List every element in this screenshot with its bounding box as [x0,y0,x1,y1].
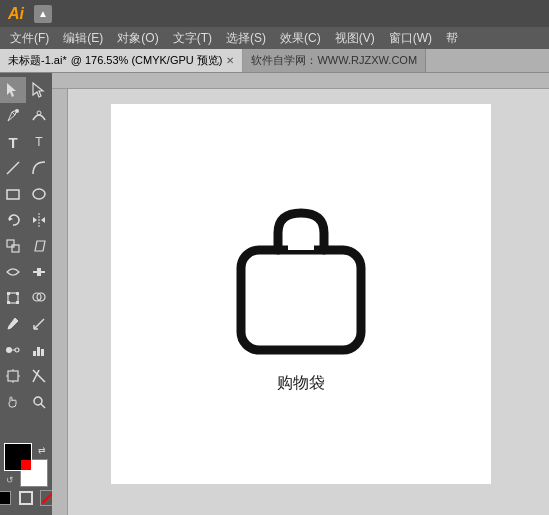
menu-text[interactable]: 文字(T) [167,28,218,49]
svg-rect-27 [37,347,40,356]
svg-point-6 [33,189,45,199]
svg-marker-10 [41,217,45,223]
svg-rect-29 [8,371,18,381]
menu-effect[interactable]: 效果(C) [274,28,327,49]
ruler-horizontal [52,73,549,89]
menu-edit[interactable]: 编辑(E) [57,28,109,49]
tool-type[interactable]: T [0,129,26,155]
tool-reflect[interactable] [26,207,52,233]
svg-rect-14 [7,292,10,295]
tool-arc[interactable] [26,155,52,181]
svg-rect-12 [12,245,19,252]
tab-inactive[interactable]: 软件自学网：WWW.RJZXW.COM [243,49,426,72]
tool-shear[interactable] [26,233,52,259]
menu-select[interactable]: 选择(S) [220,28,272,49]
color-swap-icon[interactable]: ⇄ [38,445,46,455]
foreground-color-swatch[interactable] [4,443,32,471]
svg-rect-5 [7,190,19,199]
svg-rect-26 [33,351,36,356]
tool-direct-select[interactable] [26,77,52,103]
tool-artboard[interactable] [0,363,26,389]
svg-rect-28 [41,349,44,356]
color-boxes[interactable]: ⇄ ↺ [4,443,48,487]
bag-label: 购物袋 [277,373,325,394]
color-mode-row [0,489,52,507]
color-reset-icon[interactable]: ↺ [6,475,14,485]
svg-rect-17 [16,301,19,304]
app-logo: Ai [8,5,24,23]
color-section: ⇄ ↺ [0,439,52,511]
svg-marker-0 [7,83,16,97]
title-bar-icon: ▲ [34,5,52,23]
tool-measure[interactable] [26,311,52,337]
tool-free-transform[interactable] [0,285,26,311]
tool-ellipse[interactable] [26,181,52,207]
color-stroke-btn[interactable] [16,489,36,507]
svg-marker-1 [33,83,43,97]
tool-warp[interactable] [0,259,26,285]
svg-point-24 [15,348,19,352]
tool-scale[interactable] [0,233,26,259]
svg-rect-16 [7,301,10,304]
left-toolbar: T T [0,73,52,515]
svg-point-2 [15,109,19,113]
canvas-area[interactable]: 购物袋 [52,73,549,515]
canvas-content: 购物袋 [111,104,491,484]
svg-marker-9 [33,217,37,223]
svg-point-36 [34,397,42,405]
tool-slice[interactable] [26,363,52,389]
tool-shape-builder[interactable] [26,285,52,311]
ruler-vertical [52,89,68,515]
menu-window[interactable]: 窗口(W) [383,28,438,49]
tab-active[interactable]: 未标题-1.ai* @ 176.53% (CMYK/GPU 预览) ✕ [0,49,243,72]
title-bar: Ai ▲ [0,0,549,27]
menu-help[interactable]: 帮 [440,28,464,49]
tab-active-label: 未标题-1.ai* [8,53,67,68]
svg-point-23 [6,347,12,353]
menu-file[interactable]: 文件(F) [4,28,55,49]
menu-view[interactable]: 视图(V) [329,28,381,49]
tab-active-subtitle: @ 176.53% (CMYK/GPU 预览) [71,53,223,68]
svg-line-20 [34,319,44,329]
svg-line-34 [33,370,45,382]
tab-inactive-label: 软件自学网：WWW.RJZXW.COM [251,53,417,68]
menu-bar: 文件(F) 编辑(E) 对象(O) 文字(T) 选择(S) 效果(C) 视图(V… [0,27,549,49]
tool-pen[interactable] [0,103,26,129]
svg-rect-15 [16,292,19,295]
tool-line[interactable] [0,155,26,181]
shopping-bag-icon [221,195,381,355]
tool-width[interactable] [26,259,52,285]
tool-rotate[interactable] [0,207,26,233]
tab-bar: 未标题-1.ai* @ 176.53% (CMYK/GPU 预览) ✕ 软件自学… [0,49,549,73]
tool-hand[interactable] [0,389,26,415]
svg-line-4 [7,162,19,174]
tool-blend[interactable] [0,337,26,363]
no-color-btn[interactable] [38,489,52,507]
tool-bar-graph[interactable] [26,337,52,363]
svg-rect-11 [7,240,14,247]
tool-zoom[interactable] [26,389,52,415]
menu-object[interactable]: 对象(O) [111,28,164,49]
tab-close-icon[interactable]: ✕ [226,55,234,66]
tool-curvature[interactable] [26,103,52,129]
tool-eyedropper[interactable] [0,311,26,337]
main-area: T T [0,73,549,515]
svg-marker-7 [9,217,13,221]
tool-vertical-type[interactable]: T [26,129,52,155]
color-fill-btn[interactable] [0,489,14,507]
tool-rect[interactable] [0,181,26,207]
svg-rect-38 [241,250,361,350]
tool-select[interactable] [0,77,26,103]
svg-line-37 [41,404,45,408]
